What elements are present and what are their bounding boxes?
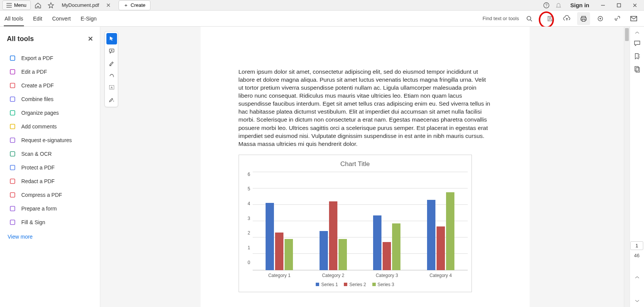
- menu-label: Menu: [14, 2, 27, 8]
- sidebar-item-label: Redact a PDF: [21, 178, 55, 184]
- save-icon[interactable]: [544, 12, 557, 25]
- sign-tool-icon[interactable]: [106, 94, 117, 105]
- home-icon[interactable]: [32, 0, 44, 11]
- select-tool[interactable]: [106, 33, 117, 44]
- tool-icon: [9, 68, 16, 75]
- svg-rect-24: [636, 68, 639, 72]
- sidebar-item-export-a-pdf[interactable]: Export a PDF: [7, 51, 95, 65]
- current-page-input[interactable]: 1: [630, 241, 643, 250]
- minimize-button[interactable]: [595, 0, 611, 11]
- create-button[interactable]: ＋ Create: [119, 0, 150, 10]
- sidebar-item-redact-a-pdf[interactable]: Redact a PDF: [7, 174, 95, 188]
- svg-rect-13: [10, 152, 15, 156]
- tab-esign[interactable]: E-Sign: [80, 11, 97, 26]
- y-tick: 4: [248, 201, 250, 206]
- comments-panel-icon[interactable]: [631, 37, 644, 49]
- quick-toolbar: A: [104, 31, 118, 107]
- tab-convert[interactable]: Convert: [51, 11, 71, 26]
- x-axis-labels: Category 1Category 2Category 3Category 4: [253, 273, 468, 278]
- svg-rect-2: [617, 3, 621, 7]
- bar: [427, 200, 435, 270]
- tool-icon: [9, 164, 16, 171]
- vertical-scrollbar[interactable]: [624, 27, 630, 307]
- sidebar-item-scan-ocr[interactable]: Scan & OCR: [7, 147, 95, 161]
- document-tab[interactable]: MyDocument.pdf: [58, 0, 103, 11]
- document-viewport[interactable]: Lorem ipsum dolor sit amet, consectetur …: [100, 27, 630, 307]
- star-icon[interactable]: [45, 0, 57, 11]
- sidebar-item-organize-pages[interactable]: Organize pages: [7, 106, 95, 120]
- legend-swatch: [372, 283, 376, 286]
- x-label: Category 3: [376, 273, 398, 278]
- tab-edit[interactable]: Edit: [32, 11, 43, 26]
- scrollbar-thumb[interactable]: [625, 28, 629, 41]
- bar-group: [320, 201, 347, 270]
- legend-swatch: [344, 283, 347, 286]
- highlight-tool-icon[interactable]: [106, 57, 117, 69]
- svg-text:A: A: [111, 86, 113, 89]
- menu-button[interactable]: Menu: [2, 0, 31, 10]
- bookmarks-panel-icon[interactable]: [631, 50, 644, 62]
- sidebar-item-add-comments[interactable]: Add comments: [7, 120, 95, 133]
- svg-rect-7: [10, 70, 15, 74]
- legend-item: Series 1: [316, 282, 338, 287]
- tool-icon: [9, 82, 16, 89]
- maximize-button[interactable]: [611, 0, 627, 11]
- svg-rect-16: [10, 193, 15, 197]
- ai-assistant-icon[interactable]: [594, 12, 607, 25]
- y-tick: 0: [248, 260, 250, 265]
- sidebar-item-protect-a-pdf[interactable]: Protect a PDF: [7, 161, 95, 174]
- search-icon[interactable]: [523, 12, 536, 25]
- tab-close-button[interactable]: ✕: [104, 2, 112, 9]
- comment-tool-icon[interactable]: [106, 45, 117, 57]
- svg-point-3: [527, 16, 531, 20]
- divider: [540, 14, 540, 23]
- svg-rect-12: [10, 138, 15, 142]
- thumbnails-panel-icon[interactable]: [631, 63, 644, 75]
- y-tick: 3: [248, 216, 250, 221]
- sidebar-item-compress-a-pdf[interactable]: Compress a PDF: [7, 188, 95, 202]
- sign-in-button[interactable]: Sign in: [565, 2, 595, 8]
- link-icon[interactable]: [611, 12, 623, 25]
- sidebar-item-label: Request e-signatures: [21, 137, 72, 143]
- toolbar-tabs: All tools Edit Convert E-Sign: [4, 11, 97, 26]
- bar: [266, 203, 274, 270]
- tab-all-tools[interactable]: All tools: [4, 11, 24, 26]
- bell-icon[interactable]: [553, 0, 564, 11]
- draw-tool-icon[interactable]: [106, 70, 117, 81]
- legend-label: Series 3: [378, 282, 394, 287]
- view-more-link[interactable]: View more: [7, 229, 95, 244]
- legend-label: Series 1: [321, 282, 338, 287]
- sidebar-item-request-e-signatures[interactable]: Request e-signatures: [7, 133, 95, 147]
- x-label: Category 1: [268, 273, 291, 278]
- svg-rect-14: [10, 165, 15, 170]
- page-up-button[interactable]: [631, 274, 644, 281]
- scroll-up-button[interactable]: [631, 29, 644, 36]
- sidebar-item-edit-a-pdf[interactable]: Edit a PDF: [7, 65, 95, 79]
- sidebar-item-create-a-pdf[interactable]: Create a PDF: [7, 79, 95, 92]
- sidebar-item-prepare-a-form[interactable]: Prepare a form: [7, 202, 95, 215]
- bar: [437, 226, 445, 270]
- tool-icon: [9, 219, 16, 226]
- plus-icon: ＋: [123, 2, 128, 9]
- svg-rect-23: [635, 66, 638, 71]
- svg-point-22: [113, 101, 114, 101]
- tool-icon: [9, 96, 16, 103]
- print-icon[interactable]: [577, 12, 590, 25]
- svg-rect-18: [10, 220, 15, 225]
- sidebar-item-combine-files[interactable]: Combine files: [7, 92, 95, 106]
- sidebar-item-label: Organize pages: [21, 110, 59, 116]
- sidebar-header: All tools ✕: [7, 33, 95, 44]
- svg-rect-6: [10, 56, 15, 60]
- page-down-button[interactable]: [631, 297, 644, 305]
- mail-icon[interactable]: [627, 12, 640, 25]
- close-button[interactable]: [627, 0, 642, 11]
- sidebar-item-fill-sign[interactable]: Fill & Sign: [7, 215, 95, 229]
- sidebar-close-button[interactable]: ✕: [86, 33, 95, 44]
- help-icon[interactable]: ?: [541, 0, 552, 11]
- textbox-tool-icon[interactable]: A: [106, 82, 117, 93]
- cloud-upload-icon[interactable]: [560, 12, 573, 25]
- titlebar-left: Menu MyDocument.pdf ✕ ＋ Create: [0, 0, 150, 11]
- legend-swatch: [316, 283, 319, 286]
- toolbar-right: Find text or tools: [483, 12, 640, 25]
- chart-legend: Series 1Series 2Series 3: [243, 282, 468, 287]
